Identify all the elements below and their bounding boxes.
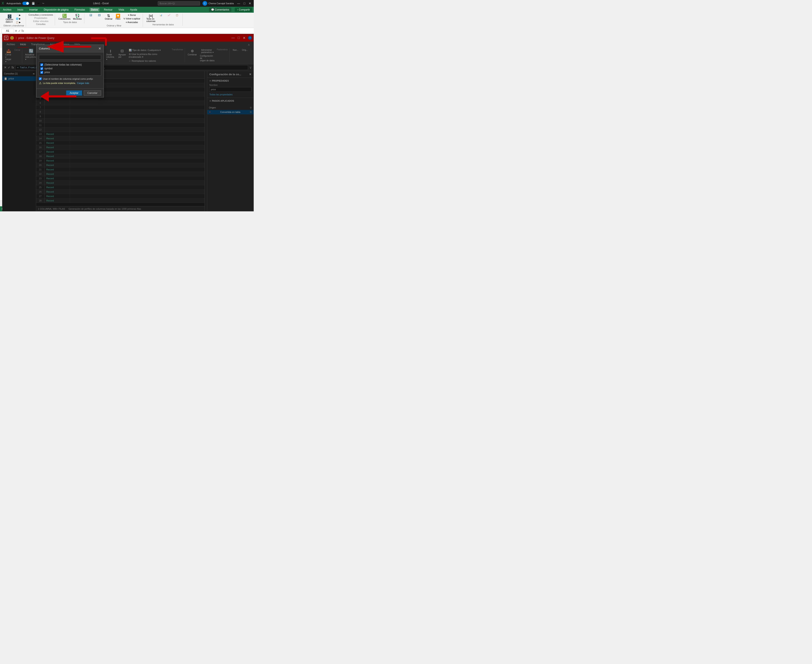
- filtro-btn[interactable]: 🔽 Filtro: [114, 13, 122, 24]
- autosave-label: Autoguardado: [7, 2, 21, 5]
- formula-input[interactable]: [25, 29, 253, 33]
- prevision-btn[interactable]: 📈: [165, 13, 173, 17]
- datos-web-btn[interactable]: 🌐 ▶: [15, 17, 23, 20]
- checkbox-symbol-label: symbol: [44, 67, 52, 70]
- user-name: Chema Carvajal Sarabia: [209, 2, 234, 5]
- avanzadas-btn[interactable]: ≡ Avanzadas: [123, 21, 141, 24]
- orden-za-btn[interactable]: ⬇️: [95, 13, 103, 24]
- ribbon-group-label-consultas: Consultas: [36, 23, 46, 25]
- cell-reference[interactable]: [1, 29, 14, 33]
- window-title: Libro1 - Excel: [47, 2, 155, 5]
- database-icon: 🗄️: [7, 15, 12, 18]
- obtener-btn[interactable]: 🗄️ Obtenerdatos ▾: [5, 14, 14, 23]
- dialog-title-text: Column1: [39, 47, 50, 50]
- dialog-warning: ⚠ La lista puede estar incompleta. Carga…: [39, 81, 101, 85]
- undo-icon[interactable]: ↩: [38, 2, 39, 5]
- monedas-btn[interactable]: 💱 Monedas: [72, 13, 83, 21]
- cotizaciones-btn[interactable]: 💹 Cotizaciones: [57, 13, 71, 21]
- redo-icon[interactable]: ↪: [42, 2, 44, 5]
- minimize-button[interactable]: —: [236, 2, 241, 5]
- dialog-cancel-button[interactable]: Cancelar: [84, 91, 101, 96]
- dialog-overlay: Column1 ✕ (Seleccionar todas las columna…: [2, 34, 254, 211]
- title-bar: X Autoguardado 💾 ↩ ↪ Libro1 - Excel C Ch…: [0, 0, 254, 7]
- menu-vista[interactable]: Vista: [117, 8, 125, 11]
- dialog-accept-button[interactable]: Aceptar: [66, 91, 82, 96]
- dialog-load-more-link[interactable]: Cargar más: [77, 82, 89, 85]
- excel-ribbon: 🗄️ Obtenerdatos ▾ 📄 ▶ 🌐 ▶ 📋 ▶ Obtener y …: [0, 13, 254, 28]
- esquema-btn[interactable]: 📋: [173, 13, 181, 17]
- formula-insert-icon[interactable]: fx: [21, 29, 24, 33]
- editar-vinculos-btn[interactable]: Editar vínculos: [33, 20, 49, 23]
- orden-az-btn[interactable]: ⬆️: [87, 13, 95, 24]
- ribbon-group-consultas: Consultas y conexiones Propiedades Edita…: [27, 13, 55, 25]
- menu-disposicion[interactable]: Disposición de página: [42, 8, 70, 11]
- menu-insertar[interactable]: Insertar: [28, 8, 39, 11]
- checkbox-all-input[interactable]: [41, 63, 43, 66]
- share-button[interactable]: ↑ Compartir: [235, 8, 252, 12]
- ribbon-group-ordenar: ⬆️ ⬇️ ⇅ Ordenar 🔽 Filtro ✕ Borrar ↻ Volv…: [85, 13, 143, 27]
- formula-bar: ✕ ✓ fx: [0, 28, 254, 34]
- datos-csv-btn[interactable]: 📄 ▶: [15, 13, 23, 17]
- texto-icon: |≡|: [149, 14, 153, 18]
- menu-inicio[interactable]: Inicio: [16, 8, 24, 11]
- analisis-btn[interactable]: 📊: [157, 13, 165, 17]
- dialog-checkbox-list: (Seleccionar todas las columnas) symbol …: [39, 61, 101, 76]
- comments-button[interactable]: 💬 Comentarios: [209, 8, 232, 12]
- menu-datos[interactable]: Datos: [90, 8, 99, 11]
- checkbox-symbol-input[interactable]: [41, 67, 43, 70]
- ordenar-icon: ⇅: [107, 14, 110, 18]
- texto-columnas-label: Texto encolumnas: [146, 18, 155, 23]
- borrar-btn[interactable]: ✕ Borrar: [123, 13, 141, 17]
- excel-menu-bar: Archivo Inicio Insertar Disposición de p…: [0, 7, 254, 13]
- use-original-name-checkbox[interactable]: [39, 77, 42, 80]
- filtro-icon: 🔽: [116, 14, 120, 18]
- dialog-body: (Seleccionar todas las columnas) symbol …: [36, 52, 104, 89]
- menu-formulas[interactable]: Fórmulas: [73, 8, 86, 11]
- volver-aplicar-btn[interactable]: ↻ Volver a aplicar: [123, 17, 141, 20]
- obtener-label: Obtenerdatos ▾: [6, 18, 13, 23]
- cotizaciones-icon: 💹: [62, 14, 67, 18]
- dialog-close-button[interactable]: ✕: [98, 47, 101, 50]
- use-original-name-label: Usar el nombre de columna original como …: [43, 78, 93, 80]
- excel-app-icon: X: [2, 2, 4, 5]
- propiedades-btn[interactable]: Propiedades: [34, 17, 47, 19]
- ribbon-group-label-herramientas: Herramientas de datos: [152, 23, 174, 26]
- search-input[interactable]: [158, 1, 200, 5]
- formula-cancel-icon[interactable]: ✕: [15, 29, 17, 33]
- filtro-label: Filtro: [116, 18, 120, 20]
- dialog-checkbox-all[interactable]: (Seleccionar todas las columnas): [41, 63, 99, 67]
- save-icon[interactable]: 💾: [32, 2, 35, 5]
- dialog-header: Column1 ✕: [36, 45, 104, 52]
- formula-confirm-icon[interactable]: ✓: [18, 29, 21, 33]
- close-button[interactable]: ✕: [248, 2, 252, 5]
- dialog-warning-text: La lista puede estar incompleta.: [43, 82, 76, 85]
- datos-tabla-btn[interactable]: 📋 ▶: [15, 21, 23, 24]
- dialog-use-original-name-option[interactable]: Usar el nombre de columna original como …: [39, 77, 101, 80]
- checkbox-price-label: price: [44, 71, 50, 74]
- menu-revisar[interactable]: Revisar: [103, 8, 114, 11]
- window-controls[interactable]: — □ ✕: [236, 2, 252, 5]
- sort-az-icon: ⬆️: [90, 14, 92, 16]
- texto-columnas-btn[interactable]: |≡| Texto encolumnas: [145, 13, 156, 23]
- ribbon-group-label-obtener: Obtener y transformar: [3, 24, 24, 27]
- power-query-window: X 🙂 | price - Editor de Power Query — □ …: [2, 34, 254, 212]
- ribbon-group-tipos: 💹 Cotizaciones 💱 Monedas Tipos de datos: [56, 13, 84, 23]
- consultas-conexiones-btn[interactable]: Consultas y conexiones: [29, 13, 53, 16]
- ribbon-group-herramientas: |≡| Texto encolumnas 📊 📈 📋 Herramientas …: [144, 13, 183, 26]
- user-info: C Chema Carvajal Sarabia: [202, 1, 234, 6]
- autosave-toggle[interactable]: Autoguardado: [7, 2, 29, 5]
- menu-ayuda[interactable]: Ayuda: [129, 8, 139, 11]
- dialog-search-input[interactable]: [39, 55, 101, 60]
- dialog-checkbox-price[interactable]: price: [41, 70, 99, 74]
- checkbox-price-input[interactable]: [41, 71, 43, 74]
- cotizaciones-label: Cotizaciones: [59, 18, 70, 20]
- menu-archivo[interactable]: Archivo: [2, 8, 13, 11]
- maximize-button[interactable]: □: [243, 2, 246, 5]
- ordenar-btn[interactable]: ⇅ Ordenar: [104, 13, 113, 24]
- warning-icon: ⚠: [39, 81, 42, 85]
- autosave-toggle-switch[interactable]: [23, 2, 29, 5]
- dialog-checkbox-symbol[interactable]: symbol: [41, 67, 99, 70]
- ordenar-label: Ordenar: [105, 18, 113, 20]
- monedas-label: Monedas: [73, 18, 82, 20]
- sort-za-icon: ⬇️: [98, 14, 100, 16]
